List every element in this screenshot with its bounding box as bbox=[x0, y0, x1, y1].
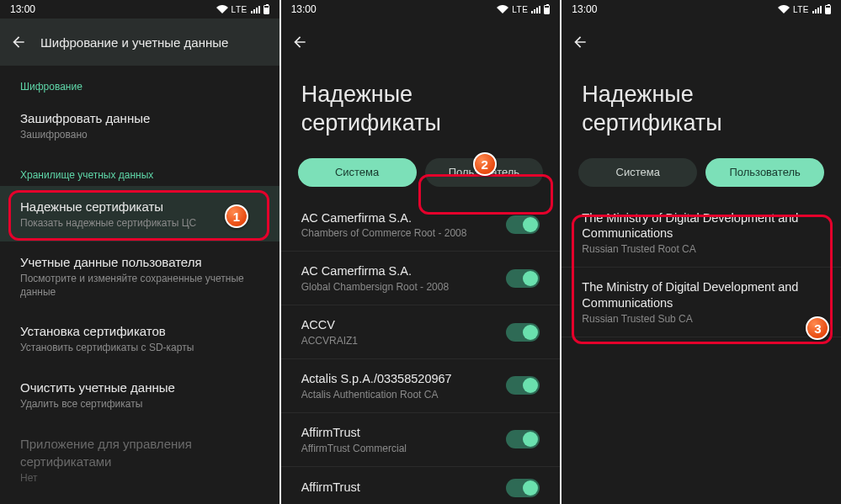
network-label: LTE bbox=[793, 5, 809, 14]
page-title: Надежные сертификаты bbox=[562, 66, 841, 158]
cert-management-app-item: Приложение для управления сертификатами … bbox=[0, 423, 279, 497]
tab-system[interactable]: Система bbox=[578, 158, 697, 187]
cert-title: Actalis S.p.A./03358520967 bbox=[301, 371, 498, 387]
cert-title: The Ministry of Digital Development and … bbox=[582, 210, 812, 242]
cert-title: AC Camerfirma S.A. bbox=[301, 263, 498, 279]
cert-sub: Global Chambersign Root - 2008 bbox=[301, 281, 498, 293]
cert-toggle[interactable] bbox=[506, 215, 540, 234]
status-time: 13:00 bbox=[10, 3, 35, 15]
app-bar bbox=[281, 19, 561, 66]
cert-item[interactable]: AC Camerfirma S.A.Chambers of Commerce R… bbox=[281, 199, 561, 252]
section-credstore-label: Хранилище учетных данных bbox=[0, 154, 279, 186]
wifi-icon bbox=[497, 5, 508, 13]
cert-sub: Chambers of Commerce Root - 2008 bbox=[301, 227, 498, 239]
signal-icon bbox=[531, 6, 540, 13]
item-sub: Посмотрите и изменяйте сохраненные учетн… bbox=[20, 273, 259, 299]
status-icons: LTE bbox=[778, 5, 831, 14]
page-title: Надежные сертификаты bbox=[281, 66, 561, 158]
status-bar: 13:00 LTE bbox=[0, 0, 279, 19]
status-icons: LTE bbox=[497, 5, 550, 14]
tab-system[interactable]: Система bbox=[298, 158, 417, 187]
back-icon[interactable] bbox=[10, 34, 27, 50]
status-bar: 13:00 LTE bbox=[562, 0, 841, 19]
clear-credentials-item[interactable]: Очистить учетные данные Удалить все серт… bbox=[0, 367, 279, 423]
item-sub: Нет bbox=[20, 472, 259, 485]
item-sub: Зашифровано bbox=[20, 129, 259, 142]
item-sub: Показать надежные сертификаты ЦС bbox=[20, 217, 259, 231]
cert-item[interactable]: The Ministry of Digital Development and … bbox=[562, 268, 841, 337]
item-title: Установка сертификатов bbox=[20, 322, 259, 340]
cert-title: The Ministry of Digital Development and … bbox=[582, 279, 812, 311]
screen-encryption-credentials: 13:00 LTE Шифрование и учетные данные Ши… bbox=[0, 0, 279, 504]
app-bar: Шифрование и учетные данные bbox=[0, 19, 279, 66]
signal-icon bbox=[251, 6, 260, 13]
cert-item[interactable]: AffirmTrustAffirmTrust Commercial bbox=[281, 413, 561, 467]
status-bar: 13:00 LTE bbox=[281, 0, 561, 19]
item-title: Приложение для управления сертификатами bbox=[20, 435, 259, 470]
cert-sub: ACCVRAIZ1 bbox=[301, 335, 498, 347]
encrypt-data-item[interactable]: Зашифровать данные Зашифровано bbox=[0, 98, 279, 154]
back-icon[interactable] bbox=[291, 34, 308, 50]
cert-tabs: Система Пользователь bbox=[281, 158, 561, 199]
callout-badge-1: 1 bbox=[225, 204, 248, 228]
callout-badge-2: 2 bbox=[473, 152, 497, 176]
tab-user[interactable]: Пользователь bbox=[705, 158, 824, 187]
item-sub: Удалить все сертификаты bbox=[20, 398, 259, 411]
signal-icon bbox=[812, 6, 822, 13]
network-label: LTE bbox=[232, 5, 248, 14]
cert-toggle[interactable] bbox=[506, 269, 540, 288]
cert-toggle[interactable] bbox=[506, 479, 540, 497]
wifi-icon bbox=[216, 5, 228, 13]
page-title: Шифрование и учетные данные bbox=[40, 35, 228, 50]
cert-title: AffirmTrust bbox=[301, 480, 498, 496]
cert-item[interactable]: ACCVACCVRAIZ1 bbox=[281, 305, 561, 359]
cert-toggle[interactable] bbox=[506, 323, 540, 342]
cert-sub: Russian Trusted Root CA bbox=[582, 243, 812, 255]
app-bar bbox=[562, 19, 841, 66]
status-icons: LTE bbox=[216, 5, 269, 14]
cert-tabs: Система Пользователь bbox=[562, 158, 841, 199]
item-sub: Установить сертификаты с SD-карты bbox=[20, 342, 259, 355]
cert-item[interactable]: AffirmTrust bbox=[281, 467, 561, 504]
cert-title: AffirmTrust bbox=[301, 425, 498, 441]
status-time: 13:00 bbox=[291, 3, 317, 15]
cert-item[interactable]: Actalis S.p.A./03358520967Actalis Authen… bbox=[281, 359, 561, 413]
section-encryption-label: Шифрование bbox=[0, 66, 279, 98]
cert-item[interactable]: The Ministry of Digital Development and … bbox=[562, 199, 841, 268]
item-title: Надежные сертификаты bbox=[20, 198, 259, 215]
screen-trusted-certs-user: 13:00 LTE Надежные сертификаты Система П… bbox=[562, 0, 841, 504]
cert-toggle[interactable] bbox=[506, 376, 540, 395]
cert-title: AC Camerfirma S.A. bbox=[301, 210, 498, 226]
cert-title: ACCV bbox=[301, 317, 498, 333]
cert-toggle[interactable] bbox=[506, 430, 540, 448]
item-title: Учетные данные пользователя bbox=[20, 253, 259, 271]
wifi-icon bbox=[778, 5, 790, 13]
cert-sub: Actalis Authentication Root CA bbox=[301, 389, 498, 401]
battery-icon bbox=[544, 5, 550, 14]
battery-icon bbox=[263, 5, 269, 14]
item-title: Зашифровать данные bbox=[20, 109, 259, 127]
network-label: LTE bbox=[512, 5, 528, 14]
user-credentials-item[interactable]: Учетные данные пользователя Посмотрите и… bbox=[0, 241, 279, 310]
status-time: 13:00 bbox=[572, 3, 597, 15]
install-certs-item[interactable]: Установка сертификатов Установить сертиф… bbox=[0, 310, 279, 367]
screen-trusted-certs-system: 13:00 LTE Надежные сертификаты Система П… bbox=[281, 0, 561, 504]
item-title: Очистить учетные данные bbox=[20, 379, 259, 396]
battery-icon bbox=[825, 5, 831, 14]
cert-sub: Russian Trusted Sub CA bbox=[582, 313, 812, 325]
cert-sub: AffirmTrust Commercial bbox=[301, 443, 498, 454]
back-icon[interactable] bbox=[572, 34, 588, 50]
cert-item[interactable]: AC Camerfirma S.A.Global Chambersign Roo… bbox=[281, 252, 561, 305]
